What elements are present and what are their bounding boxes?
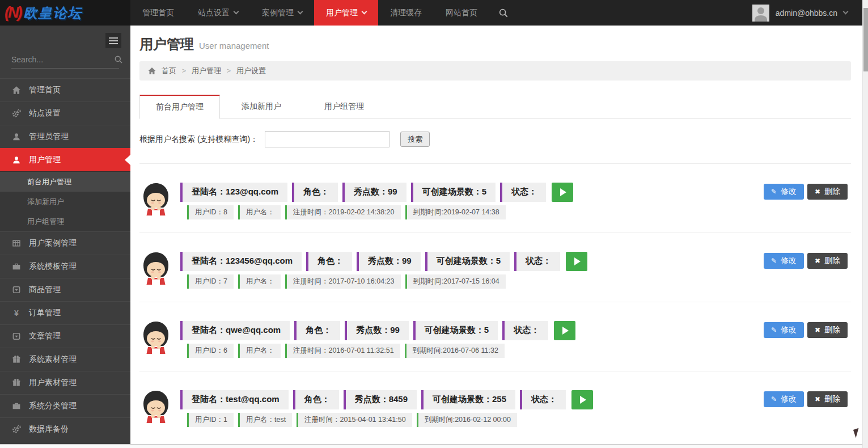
login-name: 登陆名：123456@qq.com xyxy=(180,252,302,271)
home-icon xyxy=(12,86,21,95)
sidebar-search-input[interactable] xyxy=(11,55,114,64)
status-toggle-button[interactable] xyxy=(554,321,575,340)
sidebar-item-system-assets[interactable]: 系统素材管理 xyxy=(0,348,130,371)
status-toggle-button[interactable] xyxy=(552,183,573,202)
user-id: 用户ID：7 xyxy=(187,274,234,289)
register-time: 注册时间：2015-04-01 13:41:50 xyxy=(297,413,412,427)
username-search-input[interactable] xyxy=(265,131,389,147)
submenu-item-front-users[interactable]: 前台用户管理 xyxy=(0,172,130,192)
user-avatar xyxy=(141,390,171,423)
nav-item-user-management[interactable]: 用户管理 xyxy=(314,0,378,26)
role: 角色： xyxy=(292,183,338,202)
logo-emblem-icon: (N) xyxy=(5,4,21,22)
edit-button[interactable]: ✎修改 xyxy=(764,184,804,200)
sidebar-item-user-management[interactable]: 用户管理 xyxy=(0,148,130,171)
sidebar-item-user-cases[interactable]: 用户案例管理 xyxy=(0,231,130,255)
delete-button[interactable]: ✖删除 xyxy=(807,253,848,269)
account-menu[interactable]: admin@ohbbs.cn xyxy=(752,0,868,26)
breadcrumb-home[interactable]: 首页 xyxy=(162,66,176,76)
status-label: 状态： xyxy=(502,321,548,340)
user-row: 登陆名：123@qq.com 角色： 秀点数：99 可创建场景数：5 状态： 用… xyxy=(139,164,851,233)
play-icon xyxy=(574,257,581,265)
scrollbar-thumb[interactable] xyxy=(863,8,868,71)
expire-time: 到期时间:2019-02-07 14:38 xyxy=(405,205,506,219)
briefcase-icon xyxy=(12,262,21,271)
tab-user-groups[interactable]: 用户组管理 xyxy=(303,95,386,119)
status-label: 状态： xyxy=(514,252,560,271)
role: 角色： xyxy=(293,390,339,409)
user-name: 用户名： xyxy=(238,205,281,219)
sidebar-item-admin-management[interactable]: 管理员管理 xyxy=(0,125,130,148)
chevron-down-icon xyxy=(234,9,239,15)
chevron-down-icon xyxy=(362,9,367,15)
sidebar-item-system-categories[interactable]: 系统分类管理 xyxy=(0,394,130,417)
page-header: 用户管理 User management xyxy=(139,35,851,53)
bottom-edge-strip xyxy=(0,444,868,448)
nav-item-case-management[interactable]: 案例管理 xyxy=(250,0,314,26)
breadcrumb-separator: > xyxy=(182,67,186,75)
sidebar-item-system-templates[interactable]: 系统模板管理 xyxy=(0,255,130,278)
status-toggle-button[interactable] xyxy=(566,252,587,271)
user-name: 用户名： xyxy=(238,274,281,289)
gears-icon xyxy=(12,425,21,434)
pencil-icon: ✎ xyxy=(771,326,777,334)
yen-icon: ¥ xyxy=(12,308,21,318)
box-icon xyxy=(12,332,21,341)
sidebar-item-site-settings[interactable]: 站点设置 xyxy=(0,102,130,125)
sidebar-item-admin-home[interactable]: 管理首页 xyxy=(0,78,130,102)
topbar-search-button[interactable] xyxy=(489,0,518,26)
role: 角色： xyxy=(294,321,340,340)
sidebar-item-products[interactable]: 商品管理 xyxy=(0,278,130,301)
search-icon xyxy=(498,8,509,18)
user-avatar xyxy=(141,183,171,215)
chevron-down-icon xyxy=(843,9,849,15)
tab-add-user[interactable]: 添加新用户 xyxy=(220,95,303,119)
login-name: 登陆名：test@qq.com xyxy=(180,390,289,409)
user-id: 用户ID：1 xyxy=(187,413,234,427)
edit-button[interactable]: ✎修改 xyxy=(764,322,804,338)
x-icon: ✖ xyxy=(815,257,820,265)
app-logo[interactable]: (N) 欧皇论坛 xyxy=(0,0,130,26)
edit-button[interactable]: ✎修改 xyxy=(764,253,804,269)
submenu-item-user-groups[interactable]: 用户组管理 xyxy=(0,212,130,231)
page-title: 用户管理 xyxy=(139,35,194,53)
breadcrumb-user-management[interactable]: 用户管理 xyxy=(192,66,221,76)
x-icon: ✖ xyxy=(815,188,820,196)
nav-item-site-settings[interactable]: 站点设置 xyxy=(186,0,250,26)
sidebar-item-articles[interactable]: 文章管理 xyxy=(0,324,130,348)
username-search-row: 根据用户名搜索 (支持模糊查询)： 搜索 xyxy=(139,131,851,147)
submenu-item-add-user[interactable]: 添加新用户 xyxy=(0,192,130,212)
delete-button[interactable]: ✖删除 xyxy=(807,322,848,338)
expire-time: 到期时间:2016-07-06 11:32 xyxy=(405,344,505,358)
delete-button[interactable]: ✖删除 xyxy=(807,391,848,407)
play-icon xyxy=(562,327,569,335)
gift-icon xyxy=(12,378,21,387)
page-scrollbar[interactable] xyxy=(862,0,868,448)
login-name: 登陆名：123@qq.com xyxy=(180,183,287,202)
breadcrumb-user-settings[interactable]: 用户设置 xyxy=(236,66,266,76)
nav-item-clear-cache[interactable]: 清理缓存 xyxy=(378,0,434,26)
nav-item-admin-home[interactable]: 管理首页 xyxy=(130,0,186,26)
x-icon: ✖ xyxy=(815,326,820,334)
edit-button[interactable]: ✎修改 xyxy=(764,391,804,407)
sidebar-collapse-button[interactable] xyxy=(105,33,121,48)
sidebar-item-db-backup[interactable]: 数据库备份 xyxy=(0,417,130,441)
user-name: 用户名：test xyxy=(238,413,292,427)
breadcrumb-separator: > xyxy=(227,67,231,75)
sidebar-item-orders[interactable]: ¥订单管理 xyxy=(0,301,130,324)
user-row: 登陆名：123456@qq.com 角色： 秀点数：99 可创建场景数：5 状态… xyxy=(139,233,851,302)
page-subtitle: User management xyxy=(199,41,269,50)
register-time: 注册时间：2019-02-02 14:38:20 xyxy=(285,205,401,219)
points: 秀点数：99 xyxy=(345,321,409,340)
tab-front-users[interactable]: 前台用户管理 xyxy=(139,95,220,119)
briefcase-icon xyxy=(12,401,21,411)
search-button[interactable]: 搜索 xyxy=(400,132,430,147)
user-name: 用户名： xyxy=(238,344,281,358)
search-icon xyxy=(114,55,123,64)
sidebar-item-user-assets[interactable]: 用户素材管理 xyxy=(0,371,130,394)
nav-item-site-home[interactable]: 网站首页 xyxy=(434,0,489,26)
points: 秀点数：99 xyxy=(342,183,407,202)
status-toggle-button[interactable] xyxy=(571,390,593,409)
delete-button[interactable]: ✖删除 xyxy=(807,184,848,200)
pencil-icon: ✎ xyxy=(771,395,777,403)
